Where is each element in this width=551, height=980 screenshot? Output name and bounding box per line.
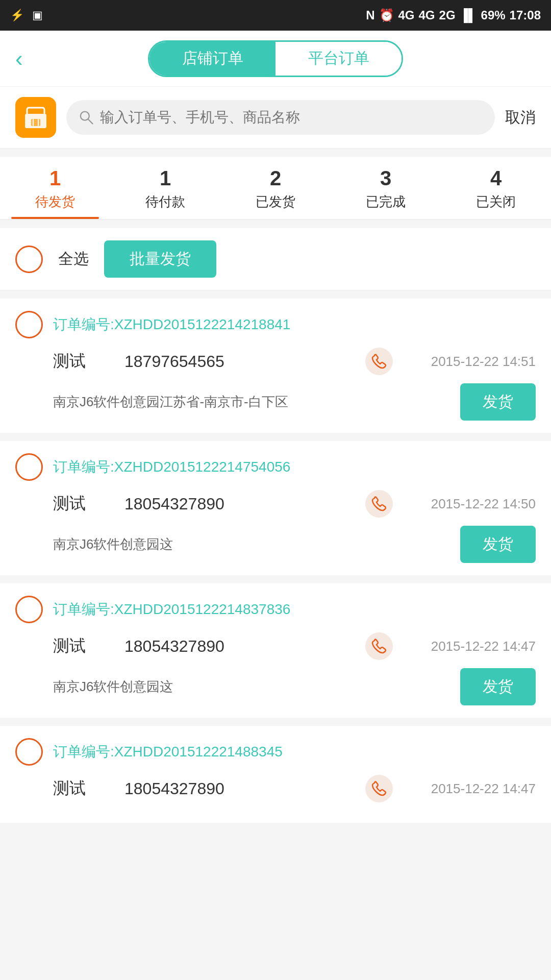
select-all-label: 全选 [58, 249, 89, 270]
order-4-date: 2015-12-22 14:47 [393, 781, 536, 797]
tab-store-orders[interactable]: 店铺订单 [149, 42, 276, 76]
order-1-name: 测试 [53, 350, 114, 373]
order-1-ship-button[interactable]: 发货 [460, 383, 536, 421]
order-3-phone: 18054327890 [124, 637, 365, 656]
order-3-footer: 南京J6软件创意园这 发货 [15, 668, 536, 705]
select-all-checkbox[interactable] [15, 246, 43, 273]
order-3-address: 南京J6软件创意园这 [53, 678, 173, 696]
search-bar: 取消 [0, 87, 551, 149]
order-3-ship-button[interactable]: 发货 [460, 668, 536, 705]
order-1-address: 南京J6软件创意园江苏省-南京市-白下区 [53, 393, 288, 411]
order-3-date: 2015-12-22 14:47 [393, 639, 536, 654]
signal-2g: 2G [439, 8, 456, 22]
tab-pending-pay[interactable]: 1 待付款 [110, 157, 220, 219]
order-header-2: 订单编号:XZHDD2015122214754056 [15, 453, 536, 481]
order-1-phone: 18797654565 [124, 352, 365, 371]
order-2-footer: 南京J6软件创意园这 发货 [15, 526, 536, 563]
order-1-footer: 南京J6软件创意园江苏省-南京市-白下区 发货 [15, 383, 536, 421]
phone-icon[interactable] [365, 632, 393, 660]
orders-list: 订单编号:XZHDD2015122214218841 测试 1879765456… [0, 299, 551, 833]
order-2-ship-button[interactable]: 发货 [460, 526, 536, 563]
tab-completed[interactable]: 3 已完成 [331, 157, 441, 219]
svg-point-4 [365, 348, 393, 375]
order-1-body: 测试 18797654565 2015-12-22 14:51 [15, 348, 536, 375]
svg-line-3 [88, 119, 93, 124]
table-row: 订单编号:XZHDD201512221488345 测试 18054327890… [0, 726, 551, 823]
shop-icon [15, 97, 56, 138]
order-2-body: 测试 18054327890 2015-12-22 14:50 [15, 490, 536, 518]
usb-icon: ⚡ [10, 9, 24, 22]
order-3-body: 测试 18054327890 2015-12-22 14:47 [15, 632, 536, 660]
search-input[interactable] [100, 109, 483, 126]
battery-level: 69% [481, 8, 506, 22]
order-1-date: 2015-12-22 14:51 [393, 354, 536, 370]
order-2-date: 2015-12-22 14:50 [393, 496, 536, 512]
order-4-phone: 18054327890 [124, 779, 365, 798]
order-2-name: 测试 [53, 493, 114, 515]
status-bar-left: ⚡ ▣ [10, 9, 43, 22]
order-header-1: 订单编号:XZHDD2015122214218841 [15, 311, 536, 338]
status-bar: ⚡ ▣ N ⏰ 4G 4G 2G ▐▌ 69% 17:08 [0, 0, 551, 31]
network-icon: N [366, 8, 374, 22]
screenshot-icon: ▣ [32, 9, 43, 22]
tab-switcher: 店铺订单 平台订单 [148, 40, 403, 77]
tab-platform-orders[interactable]: 平台订单 [276, 42, 402, 76]
phone-icon[interactable] [365, 490, 393, 518]
order-tabs: 1 待发货 1 待付款 2 已发货 3 已完成 4 已关闭 [0, 157, 551, 220]
order-2-checkbox[interactable] [15, 453, 43, 481]
tab-closed[interactable]: 4 已关闭 [441, 157, 551, 219]
order-3-checkbox[interactable] [15, 596, 43, 623]
order-1-checkbox[interactable] [15, 311, 43, 338]
order-4-name: 测试 [53, 777, 114, 800]
signal-4g-2: 4G [419, 8, 435, 22]
alarm-icon: ⏰ [379, 8, 394, 22]
svg-point-7 [365, 775, 393, 802]
svg-point-5 [365, 490, 393, 518]
search-icon [79, 109, 94, 126]
table-row: 订单编号:XZHDD2015122214218841 测试 1879765456… [0, 299, 551, 433]
order-2-id: 订单编号:XZHDD2015122214754056 [53, 457, 290, 477]
search-input-wrap [66, 100, 495, 135]
batch-ship-button[interactable]: 批量发货 [104, 240, 216, 278]
order-2-phone: 18054327890 [124, 495, 365, 513]
order-4-id: 订单编号:XZHDD201512221488345 [53, 742, 283, 762]
tab-shipped[interactable]: 2 已发货 [220, 157, 331, 219]
cancel-button[interactable]: 取消 [505, 107, 536, 128]
phone-icon[interactable] [365, 775, 393, 802]
status-bar-right: N ⏰ 4G 4G 2G ▐▌ 69% 17:08 [366, 8, 541, 22]
header: ‹ 店铺订单 平台订单 [0, 31, 551, 87]
signal-bars: ▐▌ [460, 8, 477, 22]
signal-4g: 4G [398, 8, 415, 22]
order-4-body: 测试 18054327890 2015-12-22 14:47 [15, 775, 536, 802]
order-2-address: 南京J6软件创意园这 [53, 535, 173, 553]
svg-rect-1 [31, 119, 40, 126]
order-3-id: 订单编号:XZHDD2015122214837836 [53, 600, 290, 619]
table-row: 订单编号:XZHDD2015122214837836 测试 1805432789… [0, 583, 551, 718]
order-1-id: 订单编号:XZHDD2015122214218841 [53, 315, 290, 334]
back-button[interactable]: ‹ [15, 46, 23, 71]
svg-point-6 [365, 632, 393, 660]
tab-pending-ship[interactable]: 1 待发货 [0, 157, 110, 219]
order-3-name: 测试 [53, 635, 114, 657]
phone-icon[interactable] [365, 348, 393, 375]
order-header-3: 订单编号:XZHDD2015122214837836 [15, 596, 536, 623]
batch-actions: 全选 批量发货 [0, 228, 551, 290]
time-display: 17:08 [510, 8, 541, 22]
order-4-checkbox[interactable] [15, 738, 43, 766]
order-header-4: 订单编号:XZHDD201512221488345 [15, 738, 536, 766]
table-row: 订单编号:XZHDD2015122214754056 测试 1805432789… [0, 441, 551, 575]
